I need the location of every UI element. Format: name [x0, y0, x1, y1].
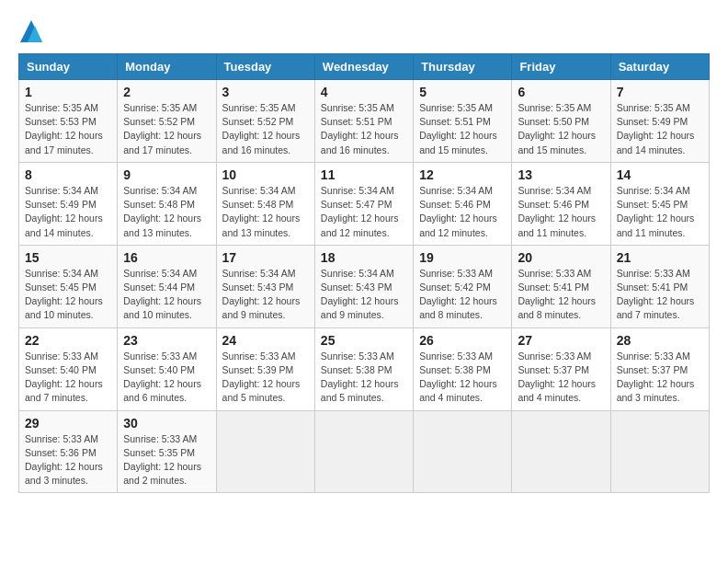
day-number: 18 [321, 250, 407, 265]
day-cell: 17Sunrise: 5:34 AM Sunset: 5:43 PM Dayli… [216, 245, 314, 327]
day-cell: 15Sunrise: 5:34 AM Sunset: 5:45 PM Dayli… [19, 245, 118, 327]
day-number: 20 [518, 250, 604, 265]
col-header-thursday: Thursday [414, 54, 512, 80]
day-cell: 26Sunrise: 5:33 AM Sunset: 5:38 PM Dayli… [414, 327, 512, 410]
day-cell: 8Sunrise: 5:34 AM Sunset: 5:49 PM Daylig… [19, 162, 118, 245]
day-number: 12 [419, 167, 506, 182]
day-cell: 19Sunrise: 5:33 AM Sunset: 5:42 PM Dayli… [414, 245, 512, 327]
day-number: 22 [25, 333, 111, 348]
day-cell: 4Sunrise: 5:35 AM Sunset: 5:51 PM Daylig… [314, 80, 413, 163]
day-info: Sunrise: 5:33 AM Sunset: 5:40 PM Dayligh… [123, 350, 210, 406]
day-cell: 20Sunrise: 5:33 AM Sunset: 5:41 PM Dayli… [512, 245, 610, 327]
day-cell: 21Sunrise: 5:33 AM Sunset: 5:41 PM Dayli… [610, 245, 709, 327]
day-cell: 29Sunrise: 5:33 AM Sunset: 5:36 PM Dayli… [19, 410, 118, 493]
day-cell: 24Sunrise: 5:33 AM Sunset: 5:39 PM Dayli… [216, 327, 314, 410]
day-cell: 3Sunrise: 5:35 AM Sunset: 5:52 PM Daylig… [216, 80, 314, 163]
week-row-5: 29Sunrise: 5:33 AM Sunset: 5:36 PM Dayli… [19, 410, 710, 493]
day-info: Sunrise: 5:34 AM Sunset: 5:48 PM Dayligh… [123, 184, 210, 240]
col-header-wednesday: Wednesday [314, 54, 413, 80]
day-cell: 6Sunrise: 5:35 AM Sunset: 5:50 PM Daylig… [512, 80, 610, 163]
calendar-table: SundayMondayTuesdayWednesdayThursdayFrid… [18, 53, 710, 493]
page-header [18, 18, 710, 44]
day-info: Sunrise: 5:33 AM Sunset: 5:38 PM Dayligh… [321, 350, 407, 406]
day-info: Sunrise: 5:35 AM Sunset: 5:52 PM Dayligh… [123, 101, 210, 157]
day-number: 15 [25, 250, 111, 265]
day-number: 24 [222, 333, 309, 348]
day-number: 19 [419, 250, 506, 265]
col-header-monday: Monday [118, 54, 216, 80]
day-info: Sunrise: 5:35 AM Sunset: 5:49 PM Dayligh… [617, 101, 703, 157]
calendar-header-row: SundayMondayTuesdayWednesdayThursdayFrid… [19, 54, 710, 80]
day-info: Sunrise: 5:34 AM Sunset: 5:46 PM Dayligh… [518, 184, 604, 240]
day-info: Sunrise: 5:34 AM Sunset: 5:43 PM Dayligh… [222, 267, 309, 323]
day-number: 30 [123, 416, 210, 431]
day-number: 1 [25, 85, 111, 99]
day-cell [610, 410, 709, 493]
day-cell: 30Sunrise: 5:33 AM Sunset: 5:35 PM Dayli… [118, 410, 216, 493]
day-cell: 13Sunrise: 5:34 AM Sunset: 5:46 PM Dayli… [512, 162, 610, 245]
day-info: Sunrise: 5:33 AM Sunset: 5:38 PM Dayligh… [419, 350, 506, 406]
day-info: Sunrise: 5:33 AM Sunset: 5:37 PM Dayligh… [518, 350, 604, 406]
day-cell: 22Sunrise: 5:33 AM Sunset: 5:40 PM Dayli… [19, 327, 118, 410]
day-cell: 10Sunrise: 5:34 AM Sunset: 5:48 PM Dayli… [216, 162, 314, 245]
day-info: Sunrise: 5:33 AM Sunset: 5:35 PM Dayligh… [123, 432, 210, 488]
day-info: Sunrise: 5:35 AM Sunset: 5:51 PM Dayligh… [419, 101, 506, 157]
day-number: 13 [518, 167, 604, 182]
day-info: Sunrise: 5:34 AM Sunset: 5:48 PM Dayligh… [222, 184, 309, 240]
day-info: Sunrise: 5:34 AM Sunset: 5:45 PM Dayligh… [617, 184, 703, 240]
day-cell [314, 410, 413, 493]
day-cell [512, 410, 610, 493]
day-number: 2 [123, 85, 210, 99]
day-info: Sunrise: 5:33 AM Sunset: 5:41 PM Dayligh… [518, 267, 604, 323]
logo [18, 18, 48, 44]
day-number: 10 [222, 167, 309, 182]
week-row-3: 15Sunrise: 5:34 AM Sunset: 5:45 PM Dayli… [19, 245, 710, 327]
day-info: Sunrise: 5:35 AM Sunset: 5:51 PM Dayligh… [321, 101, 407, 157]
day-info: Sunrise: 5:34 AM Sunset: 5:45 PM Dayligh… [25, 267, 111, 323]
day-number: 4 [321, 85, 407, 99]
day-number: 16 [123, 250, 210, 265]
day-number: 14 [617, 167, 703, 182]
day-number: 23 [123, 333, 210, 348]
day-info: Sunrise: 5:35 AM Sunset: 5:50 PM Dayligh… [518, 101, 604, 157]
day-cell: 11Sunrise: 5:34 AM Sunset: 5:47 PM Dayli… [314, 162, 413, 245]
day-cell: 7Sunrise: 5:35 AM Sunset: 5:49 PM Daylig… [610, 80, 709, 163]
day-info: Sunrise: 5:34 AM Sunset: 5:46 PM Dayligh… [419, 184, 506, 240]
day-number: 21 [617, 250, 703, 265]
day-cell: 23Sunrise: 5:33 AM Sunset: 5:40 PM Dayli… [118, 327, 216, 410]
day-cell [414, 410, 512, 493]
day-info: Sunrise: 5:33 AM Sunset: 5:39 PM Dayligh… [222, 350, 309, 406]
day-info: Sunrise: 5:34 AM Sunset: 5:44 PM Dayligh… [123, 267, 210, 323]
week-row-2: 8Sunrise: 5:34 AM Sunset: 5:49 PM Daylig… [19, 162, 710, 245]
week-row-1: 1Sunrise: 5:35 AM Sunset: 5:53 PM Daylig… [19, 80, 710, 163]
day-info: Sunrise: 5:33 AM Sunset: 5:40 PM Dayligh… [25, 350, 111, 406]
day-info: Sunrise: 5:34 AM Sunset: 5:47 PM Dayligh… [321, 184, 407, 240]
day-cell: 2Sunrise: 5:35 AM Sunset: 5:52 PM Daylig… [118, 80, 216, 163]
day-number: 26 [419, 333, 506, 348]
col-header-tuesday: Tuesday [216, 54, 314, 80]
day-number: 17 [222, 250, 309, 265]
day-number: 3 [222, 85, 309, 99]
day-info: Sunrise: 5:35 AM Sunset: 5:53 PM Dayligh… [25, 101, 111, 157]
day-info: Sunrise: 5:34 AM Sunset: 5:49 PM Dayligh… [25, 184, 111, 240]
logo-icon [18, 18, 44, 44]
day-number: 9 [123, 167, 210, 182]
day-number: 27 [518, 333, 604, 348]
week-row-4: 22Sunrise: 5:33 AM Sunset: 5:40 PM Dayli… [19, 327, 710, 410]
day-number: 25 [321, 333, 407, 348]
day-info: Sunrise: 5:35 AM Sunset: 5:52 PM Dayligh… [222, 101, 309, 157]
day-cell: 25Sunrise: 5:33 AM Sunset: 5:38 PM Dayli… [314, 327, 413, 410]
col-header-sunday: Sunday [19, 54, 118, 80]
day-info: Sunrise: 5:33 AM Sunset: 5:37 PM Dayligh… [617, 350, 703, 406]
day-info: Sunrise: 5:34 AM Sunset: 5:43 PM Dayligh… [321, 267, 407, 323]
day-cell: 27Sunrise: 5:33 AM Sunset: 5:37 PM Dayli… [512, 327, 610, 410]
day-cell: 12Sunrise: 5:34 AM Sunset: 5:46 PM Dayli… [414, 162, 512, 245]
day-number: 28 [617, 333, 703, 348]
day-cell: 16Sunrise: 5:34 AM Sunset: 5:44 PM Dayli… [118, 245, 216, 327]
day-cell: 14Sunrise: 5:34 AM Sunset: 5:45 PM Dayli… [610, 162, 709, 245]
day-cell: 28Sunrise: 5:33 AM Sunset: 5:37 PM Dayli… [610, 327, 709, 410]
day-cell: 18Sunrise: 5:34 AM Sunset: 5:43 PM Dayli… [314, 245, 413, 327]
day-number: 8 [25, 167, 111, 182]
day-number: 6 [518, 85, 604, 99]
day-number: 5 [419, 85, 506, 99]
